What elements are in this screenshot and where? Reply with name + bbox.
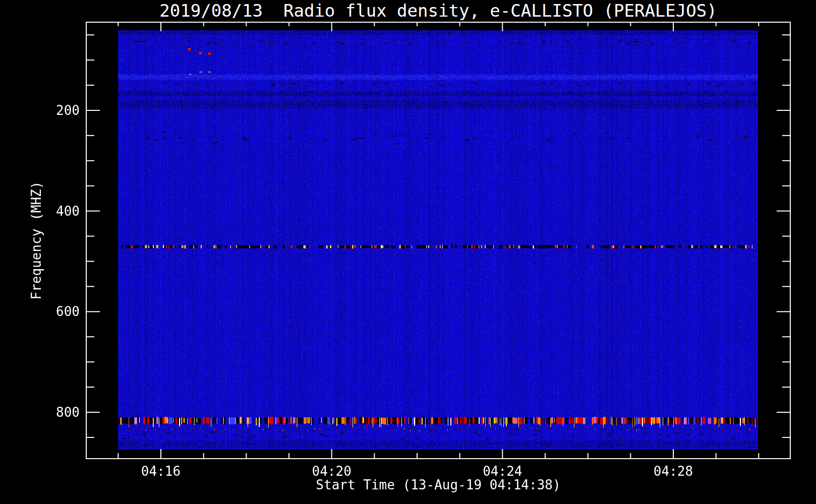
axes-frame [0,0,816,504]
y-tick-label: 400 [15,204,80,219]
y-tick-label: 200 [15,103,80,118]
x-axis-label: Start Time (13-Aug-19 04:14:38) [86,478,790,492]
plot-border [86,22,790,459]
x-tick-label: 04:24 [467,464,538,478]
y-axis-label: Frequency (MHZ) [29,181,43,300]
x-tick-label: 04:20 [297,464,367,478]
x-tick-label: 04:28 [638,464,709,478]
x-tick-label: 04:16 [126,464,196,478]
y-tick-label: 800 [15,405,80,420]
y-tick-label: 600 [15,304,80,319]
spectrogram-page: 2019/08/13 Radio flux density, e-CALLIST… [0,0,816,504]
